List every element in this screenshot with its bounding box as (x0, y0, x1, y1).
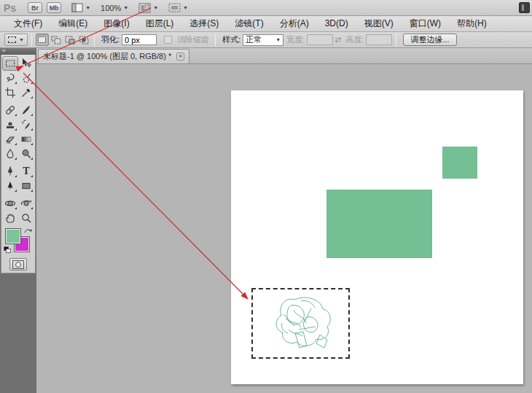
rectangle-shape-tool[interactable] (18, 179, 34, 193)
new-selection-button[interactable] (36, 34, 49, 46)
mobile-button[interactable]: Mb (47, 2, 61, 13)
application-bar: Ps Br Mb ▼ 100% ▼ ▼ ▼ (0, 0, 532, 16)
antialias-checkbox[interactable] (164, 36, 172, 44)
chevron-down-icon: ▼ (275, 37, 281, 42)
bridge-button[interactable]: Br (28, 2, 42, 13)
menu-file[interactable]: 文件(F) (6, 16, 50, 31)
menu-edit[interactable]: 编辑(E) (50, 16, 95, 31)
chevron-down-icon: ▼ (19, 37, 24, 42)
height-input (366, 34, 392, 45)
gradient-tool[interactable] (18, 132, 34, 147)
photoshop-logo: Ps (4, 2, 16, 14)
type-tool-glyph: T (23, 166, 29, 177)
menu-analysis[interactable]: 分析(A) (272, 16, 317, 31)
arrange-documents-icon (138, 3, 151, 13)
document-tab-title: 未标题-1 @ 100% (图层 0, RGB/8) * (43, 51, 171, 62)
dodge-tool[interactable] (18, 147, 34, 161)
eyedropper-tool[interactable] (18, 85, 34, 100)
document-canvas[interactable] (231, 90, 523, 384)
document-tab[interactable]: 未标题-1 @ 100% (图层 0, RGB/8) * × (38, 49, 189, 63)
green-rectangle-large (326, 190, 432, 258)
chevron-down-icon: ▼ (85, 5, 90, 10)
subtract-from-selection-button[interactable] (63, 34, 77, 46)
selection-mode-group (36, 34, 90, 46)
hand-tool[interactable] (2, 211, 18, 225)
screen-mode-icon (168, 3, 181, 12)
style-dropdown-value: 正常 (246, 34, 262, 45)
history-brush-tool[interactable] (18, 117, 34, 132)
menu-window[interactable]: 窗口(W) (402, 16, 449, 31)
color-swatches (4, 228, 33, 254)
move-tool[interactable] (18, 56, 34, 71)
style-label: 样式: (222, 34, 240, 45)
divider (31, 34, 32, 47)
style-dropdown[interactable]: 正常 ▼ (243, 34, 283, 46)
document-tab-bar: 未标题-1 @ 100% (图层 0, RGB/8) * × (36, 48, 532, 64)
chevron-down-icon: ▼ (153, 5, 158, 10)
launch-bridge-control[interactable]: ▼ (71, 3, 90, 12)
spot-healing-brush-tool[interactable] (2, 103, 18, 117)
refine-edge-button[interactable]: 调整边缘... (403, 34, 456, 46)
menu-view[interactable]: 视图(V) (356, 16, 402, 31)
path-selection-tool[interactable] (2, 179, 18, 193)
quick-selection-tool[interactable] (18, 71, 34, 85)
screen-mode-control[interactable]: ▼ (168, 3, 188, 12)
chevron-down-icon: ▼ (183, 5, 188, 10)
eraser-tool[interactable] (2, 132, 18, 147)
tools-panel: T (1, 55, 36, 273)
close-icon[interactable]: × (176, 52, 184, 61)
feather-input[interactable] (122, 34, 157, 45)
height-label: 高度: (345, 34, 364, 45)
crop-tool[interactable] (2, 85, 18, 100)
divider (396, 34, 396, 47)
green-rectangle-small (442, 147, 477, 179)
launcher-icon (71, 3, 83, 12)
menu-3d[interactable]: 3D(D) (317, 16, 356, 31)
antialias-label: 消除锯齿 (177, 34, 209, 45)
pen-tool[interactable] (2, 164, 18, 179)
width-input (307, 34, 333, 45)
foreground-color-swatch[interactable] (5, 228, 21, 244)
3d-rotate-tool[interactable] (2, 196, 18, 211)
intersect-selection-button[interactable] (77, 34, 90, 46)
menu-image[interactable]: 图像(I) (95, 16, 137, 31)
swap-colors-icon[interactable] (24, 227, 33, 237)
menu-help[interactable]: 帮助(H) (449, 16, 495, 31)
menu-filter[interactable]: 滤镜(T) (227, 16, 271, 31)
default-colors-icon[interactable] (4, 246, 11, 253)
swap-dimensions-icon: ⇄ (335, 35, 341, 44)
menu-select[interactable]: 选择(S) (181, 16, 227, 31)
clone-stamp-tool[interactable] (2, 117, 18, 132)
tool-preset-picker[interactable]: ▼ (4, 34, 28, 46)
divider (215, 34, 216, 47)
arrange-documents-control[interactable]: ▼ (138, 3, 158, 13)
type-tool[interactable]: T (18, 164, 34, 179)
workspace-icon[interactable] (519, 2, 530, 13)
rectangular-marquee-tool[interactable] (2, 56, 18, 71)
blur-tool[interactable] (2, 147, 18, 161)
menu-bar: 文件(F) 编辑(E) 图像(I) 图层(L) 选择(S) 滤镜(T) 分析(A… (0, 16, 532, 32)
zoom-tool[interactable] (18, 211, 34, 225)
divider (94, 34, 95, 47)
selection-marquee[interactable] (251, 288, 350, 359)
zoom-level-control[interactable]: 100% ▼ (101, 4, 128, 12)
add-to-selection-button[interactable] (50, 34, 63, 46)
tool-options-bar: ▼ 羽化: 消除锯齿 样式: 正常 ▼ 宽度: ⇄ 高度: 调整边缘... (0, 32, 532, 48)
chevron-down-icon: ▼ (123, 5, 128, 10)
sketch-drawing (253, 289, 348, 357)
canvas-workspace (36, 64, 532, 393)
tools-dock: « (0, 48, 36, 393)
feather-label: 羽化: (101, 34, 120, 45)
3d-orbit-tool[interactable] (18, 196, 34, 211)
width-label: 宽度: (286, 34, 305, 45)
lasso-tool[interactable] (2, 71, 18, 85)
brush-tool[interactable] (18, 103, 34, 117)
zoom-level-value: 100% (101, 4, 121, 12)
marquee-preset-icon (8, 36, 16, 43)
quick-mask-button[interactable] (9, 258, 27, 271)
menu-layer[interactable]: 图层(L) (138, 16, 182, 31)
collapse-panel-icon: « (2, 47, 5, 54)
tools-panel-header[interactable]: « (0, 48, 36, 55)
